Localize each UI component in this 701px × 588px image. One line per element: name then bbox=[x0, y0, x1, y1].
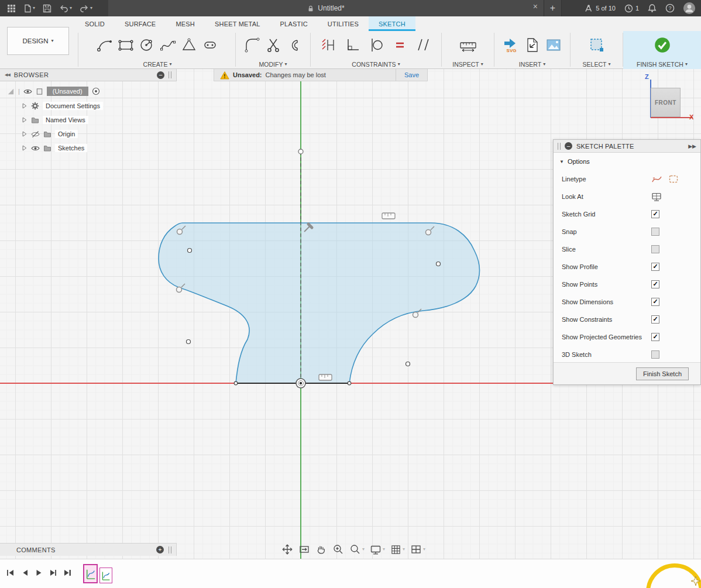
insert-dxf-icon[interactable] bbox=[524, 36, 541, 54]
palette-splitter-handle[interactable] bbox=[558, 143, 561, 150]
modeling-canvas[interactable]: Z FRONT X Unsaved: Changes may be lost S… bbox=[0, 69, 701, 559]
add-comment-icon[interactable]: + bbox=[156, 546, 164, 553]
look-at-icon[interactable] bbox=[298, 544, 310, 555]
grid-settings-icon[interactable]: ▾ bbox=[390, 544, 405, 555]
step-back-icon[interactable] bbox=[21, 569, 29, 577]
centerline-linetype-icon[interactable] bbox=[668, 174, 679, 184]
modify-dropdown[interactable]: MODIFY▾ bbox=[259, 59, 287, 69]
tree-item-label[interactable]: Document Settings bbox=[43, 102, 103, 110]
document-tab[interactable]: Untitled* × bbox=[108, 0, 544, 16]
show-constraints-checkbox[interactable] bbox=[651, 315, 659, 324]
viewports-icon[interactable]: ▾ bbox=[410, 544, 425, 555]
parallel-constraint-icon[interactable] bbox=[414, 36, 432, 54]
sketch-origin-point[interactable] bbox=[296, 379, 305, 388]
notification-center[interactable]: 1 bbox=[624, 4, 639, 13]
3d-sketch-checkbox[interactable] bbox=[651, 350, 659, 359]
pan-icon[interactable] bbox=[315, 544, 327, 555]
show-profile-checkbox[interactable] bbox=[651, 263, 659, 271]
expand-arrow-icon[interactable] bbox=[21, 130, 28, 137]
save-icon[interactable] bbox=[43, 4, 51, 13]
look-at-icon[interactable] bbox=[651, 192, 662, 202]
browser-splitter-handle[interactable] bbox=[169, 71, 171, 78]
bell-icon[interactable] bbox=[648, 4, 657, 13]
create-dropdown[interactable]: CREATE▾ bbox=[143, 59, 172, 69]
user-avatar[interactable] bbox=[683, 2, 695, 14]
timeline-sketch-feature-selected[interactable] bbox=[83, 564, 98, 583]
construction-linetype-icon[interactable] bbox=[651, 174, 662, 184]
show-projected-geometries-checkbox[interactable] bbox=[651, 333, 659, 341]
insert-canvas-icon[interactable] bbox=[545, 36, 562, 54]
show-points-checkbox[interactable] bbox=[651, 280, 659, 288]
dimension-ruler-icon[interactable] bbox=[382, 213, 395, 219]
close-tab-icon[interactable]: × bbox=[533, 2, 538, 11]
play-icon[interactable] bbox=[35, 569, 43, 577]
slice-checkbox[interactable] bbox=[651, 245, 659, 253]
visibility-eye-icon[interactable] bbox=[23, 88, 32, 95]
sketch-dimension-icon[interactable] bbox=[321, 36, 338, 54]
polygon-tool-icon[interactable] bbox=[180, 36, 198, 54]
tab-solid[interactable]: SOLID bbox=[75, 16, 115, 31]
insert-dropdown[interactable]: INSERT▾ bbox=[519, 59, 545, 69]
file-menu-icon[interactable]: ▾ bbox=[23, 4, 35, 13]
sketch-grid-checkbox[interactable] bbox=[651, 210, 659, 218]
tab-mesh[interactable]: MESH bbox=[166, 16, 205, 31]
tree-item-label[interactable]: Sketches bbox=[55, 144, 87, 152]
browser-root-row[interactable]: | (Unsaved) bbox=[7, 85, 100, 97]
select-tool-icon[interactable] bbox=[588, 36, 606, 54]
save-link[interactable]: Save bbox=[396, 69, 427, 81]
browser-row-sketches[interactable]: Sketches bbox=[21, 142, 87, 154]
expand-arrow-icon[interactable] bbox=[21, 102, 28, 109]
options-section-toggle[interactable]: ▼ Options bbox=[554, 153, 700, 170]
skip-to-end-icon[interactable] bbox=[63, 569, 72, 577]
hide-browser-icon[interactable]: – bbox=[157, 71, 164, 79]
new-tab-button[interactable]: + bbox=[544, 0, 562, 16]
zoom-window-icon[interactable] bbox=[332, 544, 344, 555]
expand-arrow-icon[interactable] bbox=[21, 116, 28, 123]
finish-sketch-icon[interactable] bbox=[653, 36, 672, 54]
browser-row-named-views[interactable]: Named Views bbox=[21, 114, 88, 126]
expand-arrow-icon[interactable] bbox=[21, 145, 28, 152]
tree-item-label[interactable]: Named Views bbox=[43, 116, 88, 124]
tab-sketch[interactable]: SKETCH bbox=[369, 16, 415, 31]
sketch-profile[interactable] bbox=[159, 223, 480, 383]
line-tool-icon[interactable] bbox=[96, 36, 114, 54]
tree-item-label[interactable]: Origin bbox=[55, 130, 78, 138]
measure-tool-icon[interactable] bbox=[459, 36, 477, 54]
root-document-label[interactable]: (Unsaved) bbox=[47, 87, 88, 96]
offset-tool-icon[interactable] bbox=[286, 36, 303, 54]
step-forward-icon[interactable] bbox=[49, 569, 57, 577]
timeline-sketch-feature[interactable] bbox=[99, 568, 112, 583]
comments-bar[interactable]: COMMENTS + bbox=[0, 543, 177, 556]
tab-surface[interactable]: SURFACE bbox=[115, 16, 166, 31]
snap-checkbox[interactable] bbox=[651, 228, 659, 236]
slot-tool-icon[interactable] bbox=[201, 36, 219, 54]
fillet-tool-icon[interactable] bbox=[243, 36, 261, 54]
spline-tool-icon[interactable] bbox=[159, 36, 177, 54]
insert-svg-icon[interactable]: SVG bbox=[503, 36, 520, 54]
browser-row-origin[interactable]: Origin bbox=[21, 128, 78, 140]
trim-tool-icon[interactable] bbox=[264, 36, 282, 54]
inspect-dropdown[interactable]: INSPECT▾ bbox=[452, 59, 483, 69]
collapse-browser-icon[interactable]: ◀◀ bbox=[5, 73, 10, 77]
tab-sheet-metal[interactable]: SHEET METAL bbox=[205, 16, 270, 31]
visibility-eye-icon[interactable] bbox=[31, 145, 40, 152]
tangent-constraint-tool-icon[interactable] bbox=[367, 36, 385, 54]
comments-splitter-handle[interactable] bbox=[169, 546, 171, 553]
rectangle-tool-icon[interactable] bbox=[117, 36, 135, 54]
orbit-icon[interactable] bbox=[281, 544, 293, 555]
undo-icon[interactable]: ▾ bbox=[59, 4, 72, 12]
hide-palette-icon[interactable]: – bbox=[565, 142, 572, 150]
tab-utilities[interactable]: UTILITIES bbox=[318, 16, 369, 31]
sketch-palette-header[interactable]: – SKETCH PALETTE ▶▶ bbox=[554, 140, 700, 153]
perpendicular-constraint-icon[interactable] bbox=[344, 36, 362, 54]
viewcube-front-face[interactable]: FRONT bbox=[651, 88, 681, 117]
activate-component-icon[interactable] bbox=[92, 87, 100, 95]
browser-row-document-settings[interactable]: Document Settings bbox=[21, 100, 103, 112]
show-dimensions-checkbox[interactable] bbox=[651, 298, 659, 306]
zoom-icon[interactable]: ▾ bbox=[349, 544, 365, 555]
constraints-dropdown[interactable]: CONSTRAINTS▾ bbox=[352, 59, 400, 69]
visibility-off-eye-icon[interactable] bbox=[31, 130, 40, 138]
job-status[interactable]: 5 of 10 bbox=[585, 4, 616, 13]
tab-plastic[interactable]: PLASTIC bbox=[270, 16, 318, 31]
redo-icon[interactable]: ▾ bbox=[80, 4, 92, 12]
